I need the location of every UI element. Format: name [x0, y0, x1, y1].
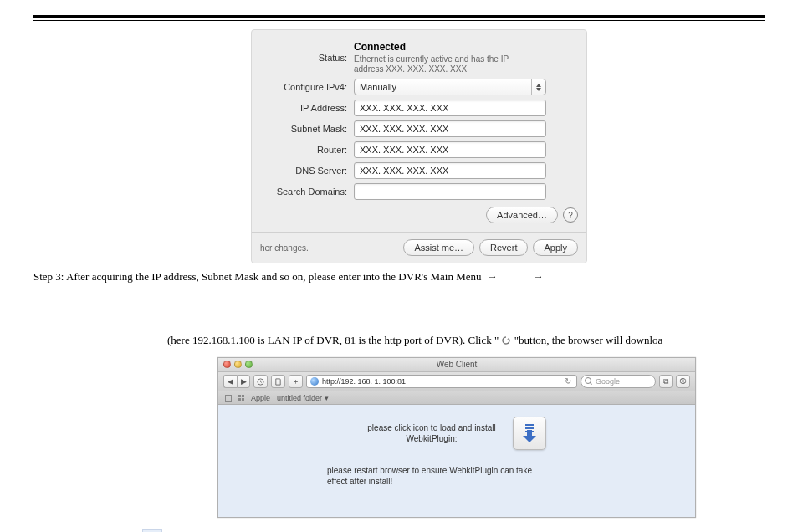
ip-address-input[interactable]	[354, 100, 546, 116]
address-url: http://192. 168. 1. 100:81	[322, 377, 561, 386]
network-preferences-panel: Status: Connected Ethernet is currently …	[251, 29, 587, 263]
subnet-mask-input[interactable]	[354, 120, 546, 137]
download-arrow-icon	[523, 424, 536, 442]
clock-icon[interactable]	[253, 375, 268, 388]
step3-text: Step 3: After acquiring the IP address, …	[33, 270, 765, 284]
plugin-line2: WebkitPlugin:	[367, 433, 495, 444]
bookmark-apple[interactable]: Apple	[251, 394, 270, 402]
search-placeholder: Google	[596, 377, 620, 386]
dns-server-label: DNS Server:	[260, 166, 354, 176]
top-sites-icon[interactable]	[238, 395, 244, 401]
apply-button[interactable]: Apply	[533, 239, 578, 256]
bookmarks-icon[interactable]	[271, 375, 285, 388]
configure-ipv4-label: Configure IPv4:	[260, 82, 354, 92]
zoom-icon[interactable]	[245, 361, 253, 368]
page-divider	[33, 15, 765, 21]
globe-icon	[310, 377, 319, 386]
address-bar[interactable]: http://192. 168. 1. 100:81 ↻	[306, 375, 577, 388]
panel-footnote: her changes.	[260, 243, 309, 253]
configure-ipv4-value: Manually	[360, 82, 396, 92]
arrow-right-icon: →	[487, 270, 498, 283]
search-domains-input[interactable]	[354, 183, 546, 200]
add-bookmark-button[interactable]: ＋	[289, 375, 303, 388]
plugin-line1: please click icon to load and install	[367, 422, 495, 433]
ip-address-label: IP Address:	[260, 103, 354, 113]
browser-content: please click icon to load and install We…	[218, 405, 695, 517]
router-label: Router:	[260, 145, 354, 155]
router-input[interactable]	[354, 141, 546, 158]
toolbar-bug-button[interactable]: ⦿	[676, 375, 690, 388]
select-stepper-icon	[531, 79, 545, 95]
browser-toolbar: ◀ ▶ ＋ http://192. 168. 1. 100:81 ↻ Googl…	[218, 372, 695, 391]
status-value: Connected	[354, 41, 578, 53]
search-field[interactable]: Google	[581, 375, 656, 388]
restart-line2: effect after install!	[327, 476, 687, 487]
back-button[interactable]: ◀	[223, 375, 237, 388]
close-icon[interactable]	[223, 361, 231, 368]
paragraph-before-browser: (here 192.168.1.100 is LAN IP of DVR, 81…	[167, 334, 765, 347]
minimize-icon[interactable]	[234, 361, 242, 368]
forward-button[interactable]: ▶	[237, 375, 250, 388]
subnet-mask-label: Subnet Mask:	[260, 124, 354, 134]
arrow-right-icon: →	[533, 270, 544, 283]
plugin-instruction: please click icon to load and install We…	[367, 422, 495, 444]
browser-titlebar: Web Client	[218, 358, 695, 372]
dns-server-input[interactable]	[354, 162, 546, 179]
search-domains-label: Search Domains:	[260, 187, 354, 197]
assist-me-button[interactable]: Assist me…	[403, 239, 474, 256]
help-icon[interactable]: ?	[563, 207, 578, 223]
revert-button[interactable]: Revert	[479, 239, 528, 256]
browser-title: Web Client	[437, 360, 478, 369]
reload-icon[interactable]: ↻	[565, 377, 573, 386]
restart-line1: please restart browser to ensure WebkitP…	[327, 465, 687, 476]
paragraph1-prefix: (here 192.168.1.100 is LAN IP of DVR, 81…	[167, 334, 501, 346]
bookmark-untitled-folder[interactable]: untitled folder ▾	[277, 394, 329, 402]
browser-window: Web Client ◀ ▶ ＋ http://192. 168. 1. 100…	[217, 357, 696, 518]
restart-note: please restart browser to ensure WebkitP…	[227, 465, 687, 487]
traffic-lights[interactable]	[223, 361, 253, 368]
step3-body: Step 3: After acquiring the IP address, …	[33, 270, 482, 284]
toolbar-extra-button[interactable]: ⧉	[659, 375, 673, 388]
bookmarks-book-icon[interactable]	[225, 395, 232, 402]
refresh-icon	[501, 335, 511, 345]
search-icon	[585, 377, 593, 386]
bookmarks-bar: Apple untitled folder ▾	[218, 391, 695, 405]
status-label: Status:	[260, 53, 354, 63]
advanced-button[interactable]: Advanced…	[486, 207, 558, 223]
paragraph1-suffix: "button, the browser will downloa	[514, 334, 663, 346]
status-description: Ethernet is currently active and has the…	[354, 54, 538, 74]
download-plugin-button[interactable]	[513, 417, 546, 450]
configure-ipv4-select[interactable]: Manually	[354, 79, 546, 95]
